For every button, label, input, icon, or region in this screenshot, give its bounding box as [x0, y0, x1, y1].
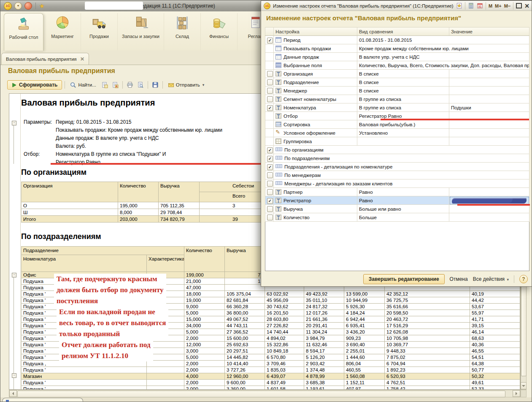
maximize-icon[interactable] — [516, 3, 522, 8]
horizontal-scrollbar-thumb[interactable] — [17, 391, 505, 397]
find-button[interactable]: Найти... — [68, 81, 98, 89]
settings-row[interactable]: По менеджерам — [265, 171, 529, 179]
collapse-minus-icon[interactable]: - — [12, 273, 16, 277]
favorites-page-icon[interactable] — [456, 3, 462, 9]
calendar-icon[interactable]: 31 — [477, 3, 483, 9]
checkbox-cell[interactable]: ✓ — [265, 196, 274, 205]
ribbon-section-pie[interactable]: Маркетинг — [44, 13, 81, 50]
settings-row[interactable]: ОрганизацияВ списке — [265, 70, 529, 78]
print-preview-button[interactable] — [136, 81, 145, 89]
checkbox-cell[interactable] — [265, 129, 274, 137]
ribbon-section-shelf[interactable]: Склад — [164, 13, 201, 50]
tab-gross-profit[interactable]: Валовая прибыль предприятия ✕ — [1, 53, 89, 65]
checkbox-cell[interactable] — [265, 213, 274, 222]
checkbox-cell[interactable] — [265, 179, 274, 188]
settings-row[interactable]: Менеджеры - детализация по заказам клиен… — [265, 179, 529, 188]
settings-row[interactable]: ✓НоменклатураВ группе из спискаПодушки — [265, 103, 529, 112]
settings-row[interactable]: Данные продажВ валюте упр. учета с НДС — [265, 53, 529, 61]
orange-circle-icon[interactable] — [24, 2, 32, 10]
scroll-down-button[interactable] — [521, 382, 527, 389]
row-checkbox[interactable] — [267, 71, 273, 77]
checkbox-cell[interactable] — [265, 87, 274, 95]
ribbon-section-coins[interactable]: Финансы — [201, 13, 238, 50]
send-button[interactable]: Отправить▾ — [165, 81, 207, 89]
collapse-minus-icon[interactable]: - — [12, 373, 16, 378]
checkbox-cell[interactable] — [265, 61, 274, 70]
row-checkbox[interactable]: ✓ — [267, 38, 273, 43]
checkbox-cell[interactable] — [265, 78, 274, 87]
settings-row[interactable]: ✓По подразделениям — [265, 154, 529, 163]
settings-row[interactable]: ПодразделениеВ списке — [265, 78, 529, 87]
help-button[interactable]: ? — [519, 275, 528, 283]
generate-button[interactable]: Сформировать — [7, 80, 62, 90]
scroll-left-button[interactable] — [9, 390, 17, 397]
checkbox-cell[interactable] — [265, 44, 274, 53]
memory-m-button[interactable]: M — [489, 3, 492, 8]
row-checkbox[interactable]: ✓ — [267, 164, 273, 170]
row-checkbox[interactable] — [267, 88, 273, 94]
settings-row[interactable]: МенеджерВ списке — [265, 87, 529, 95]
checkbox-cell[interactable]: ✓ — [265, 146, 274, 154]
close-icon[interactable]: ✕ — [524, 3, 529, 9]
finish-editing-button[interactable]: Завершить редактирование — [363, 274, 445, 284]
checkbox-cell[interactable] — [265, 70, 274, 78]
checkbox-cell[interactable] — [265, 137, 274, 146]
row-checkbox[interactable] — [267, 96, 273, 102]
settings-row[interactable]: Показывать продажиКроме продаж между соб… — [265, 44, 529, 53]
row-checkbox[interactable]: ✓ — [267, 156, 273, 162]
settings-row[interactable]: ПартнерРавно — [265, 188, 529, 196]
memory-mminus-button[interactable]: M− — [504, 3, 511, 8]
settings-row[interactable]: СортировкаВаловая прибыль(убыв.) — [265, 120, 529, 129]
ribbon-section-truck[interactable]: Продажи — [81, 13, 118, 50]
row-checkbox[interactable] — [267, 79, 273, 85]
memory-mplus-button[interactable]: M+ — [495, 3, 502, 8]
favorites-star-icon[interactable]: ★ — [39, 3, 45, 9]
print-button[interactable] — [125, 81, 135, 89]
checkbox-cell[interactable] — [265, 95, 274, 103]
settings-row[interactable]: ✓Период01.08.2015 - 31.08.2015 — [265, 36, 529, 44]
ribbon-tab-desktop[interactable]: Рабочий стол — [4, 13, 43, 51]
checkbox-cell[interactable]: ✓ — [265, 154, 274, 163]
checkbox-cell[interactable]: ✓ — [265, 36, 274, 44]
settings-row[interactable]: Группировка — [265, 137, 529, 146]
row-checkbox[interactable] — [267, 215, 273, 220]
settings-row[interactable]: Сегмент номенклатурыВ группе из списка — [265, 95, 529, 103]
checkbox-cell[interactable] — [265, 205, 274, 213]
row-checkbox[interactable] — [267, 172, 273, 178]
1c-logo-icon[interactable]: 1С — [4, 2, 12, 10]
col-header-checkbox — [265, 27, 274, 36]
row-checkbox[interactable] — [267, 189, 273, 195]
checkbox-cell[interactable] — [265, 53, 274, 61]
save-button[interactable] — [151, 81, 160, 89]
cancel-button[interactable]: Отмена — [450, 276, 468, 282]
checkbox-cell[interactable] — [265, 112, 274, 120]
collapse-minus-icon[interactable]: - — [12, 121, 16, 125]
row-checkbox[interactable]: ✓ — [267, 198, 273, 204]
settings-row[interactable]: Условное оформлениеУстановлено — [265, 129, 529, 137]
scroll-right-button[interactable] — [513, 390, 520, 397]
row-checkbox[interactable] — [267, 206, 273, 212]
copy-settings-button[interactable] — [100, 81, 109, 89]
coins-icon — [211, 15, 227, 33]
settings-row[interactable]: Выбранные поляКоличество, Выручка, Всего… — [265, 61, 529, 70]
settings-row[interactable]: ✓РегистраторРавно — [265, 196, 529, 205]
checkbox-cell[interactable] — [265, 188, 274, 196]
paste-settings-button[interactable]: A — [111, 81, 120, 89]
all-actions-button[interactable]: Все действия ▾ — [473, 276, 509, 282]
checkbox-cell[interactable]: ✓ — [265, 163, 274, 171]
settings-row[interactable]: ВыручкаБольше или равно — [265, 205, 529, 213]
settings-row[interactable]: ✓Подразделения - детализация по номенкла… — [265, 163, 529, 171]
taskbar-tab[interactable] — [2, 398, 83, 402]
row-checkbox[interactable]: ✓ — [267, 105, 273, 111]
checkbox-cell[interactable]: ✓ — [265, 103, 274, 112]
checkbox-cell[interactable] — [265, 171, 274, 179]
menu-dropdown-icon[interactable]: ▼ — [14, 2, 22, 10]
row-checkbox[interactable] — [267, 181, 273, 187]
checkbox-cell[interactable] — [265, 120, 274, 129]
settings-row[interactable]: ✓По организациям — [265, 146, 529, 154]
close-icon[interactable]: ✕ — [80, 56, 84, 62]
calculator-icon[interactable] — [468, 3, 474, 9]
row-checkbox[interactable]: ✓ — [267, 147, 273, 153]
ribbon-section-boxes[interactable]: Запасы и закупки — [118, 13, 164, 50]
settings-row[interactable]: КоличествоБольше — [265, 213, 529, 222]
